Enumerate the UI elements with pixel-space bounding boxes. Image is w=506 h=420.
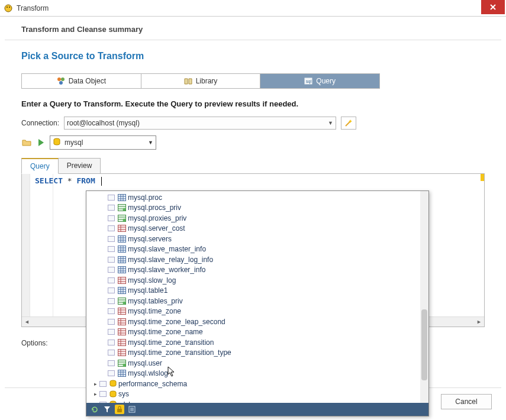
- svg-text:sql: sql: [306, 79, 311, 84]
- popup-toolbar: [86, 403, 428, 416]
- chevron-down-icon: ▼: [148, 140, 153, 146]
- connection-wizard-button[interactable]: [341, 117, 356, 130]
- popup-refresh-button[interactable]: [89, 404, 99, 415]
- autocomplete-item[interactable]: mysql.slave_master_info: [89, 244, 420, 255]
- database-select[interactable]: mysql ▼: [50, 135, 156, 150]
- popup-settings-button[interactable]: [127, 404, 137, 415]
- autocomplete-item[interactable]: mysql.time_zone_transition_type: [89, 348, 420, 358]
- autocomplete-schema-item[interactable]: ▸sys: [89, 389, 420, 400]
- run-button[interactable]: [36, 137, 46, 148]
- tab-query[interactable]: sql Query: [260, 74, 379, 88]
- expand-icon[interactable]: ▸: [92, 381, 98, 387]
- autocomplete-item[interactable]: mysql.slow_log: [89, 275, 420, 286]
- source-tabs: Data Object Library sql Query: [21, 73, 380, 89]
- connection-select[interactable]: root@localhost (mysql) ▼: [64, 117, 336, 130]
- autocomplete-item[interactable]: mysql.user: [89, 358, 420, 369]
- svg-rect-26: [118, 235, 126, 242]
- autocomplete-item[interactable]: mysql.slave_relay_log_info: [89, 254, 420, 265]
- tab-library[interactable]: Library: [141, 74, 261, 88]
- autocomplete-item[interactable]: mysql.tables_priv: [89, 296, 420, 306]
- svg-point-3: [57, 77, 61, 81]
- autocomplete-item[interactable]: mysql.wlslog: [89, 369, 420, 379]
- window-title: Transform: [17, 4, 481, 12]
- popup-filter-button[interactable]: [102, 404, 112, 415]
- autocomplete-item[interactable]: mysql.time_zone_transition: [89, 337, 420, 348]
- inner-tab-query[interactable]: Query: [21, 158, 59, 174]
- autocomplete-item[interactable]: mysql.procs_priv: [89, 203, 420, 214]
- popup-scrollbar[interactable]: [420, 191, 428, 403]
- autocomplete-schema-item[interactable]: ▸performance_schema: [89, 379, 420, 389]
- table-icon: [117, 328, 127, 335]
- item-bullet-icon: [108, 298, 115, 304]
- cancel-button[interactable]: Cancel: [441, 394, 492, 409]
- tab-query-label: Query: [316, 77, 336, 85]
- autocomplete-item-label: mysql.time_zone_transition_type: [128, 348, 231, 357]
- table-icon: [117, 349, 127, 356]
- autocomplete-item[interactable]: mysql.proxies_priv: [89, 213, 420, 224]
- data-object-icon: [57, 77, 65, 85]
- tab-data-object-label: Data Object: [69, 77, 106, 85]
- autocomplete-item[interactable]: mysql.table1: [89, 286, 420, 296]
- chevron-down-icon: ▼: [328, 120, 333, 126]
- popup-lock-button[interactable]: [115, 405, 124, 414]
- autocomplete-item-label: sys: [118, 390, 129, 398]
- tab-data-object[interactable]: Data Object: [22, 74, 141, 88]
- autocomplete-item[interactable]: mysql.proc: [89, 192, 420, 203]
- table-icon: [117, 339, 127, 346]
- autocomplete-item-label: mysql.slave_master_info: [128, 245, 206, 253]
- svg-rect-9: [118, 194, 126, 201]
- expand-icon[interactable]: ▸: [92, 402, 98, 403]
- editor-marker: [481, 174, 484, 181]
- scroll-left-icon[interactable]: ◄: [22, 317, 32, 327]
- svg-rect-93: [130, 408, 134, 411]
- svg-point-1: [7, 7, 8, 8]
- autocomplete-item-label: mysql.table1: [128, 286, 167, 295]
- database-value: mysql: [65, 138, 83, 147]
- autocomplete-item-label: mysql.slave_worker_info: [128, 266, 205, 274]
- item-bullet-icon: [99, 381, 107, 387]
- item-bullet-icon: [108, 257, 115, 263]
- svg-rect-31: [118, 246, 126, 253]
- library-icon: [184, 77, 192, 85]
- popup-scrollbar-thumb[interactable]: [421, 309, 427, 380]
- autocomplete-item[interactable]: mysql.time_zone_leap_second: [89, 316, 420, 327]
- scroll-right-icon[interactable]: ►: [474, 317, 484, 327]
- autocomplete-item[interactable]: mysql.time_zone: [89, 306, 420, 317]
- svg-rect-59: [118, 308, 126, 315]
- svg-rect-91: [117, 409, 122, 412]
- app-icon: [4, 4, 13, 13]
- svg-rect-63: [118, 318, 126, 325]
- autocomplete-item[interactable]: mysql.slave_worker_info: [89, 265, 420, 276]
- item-bullet-icon: [108, 340, 115, 345]
- separator: [5, 40, 501, 40]
- table-icon: [117, 225, 127, 232]
- table-icon: [117, 318, 127, 325]
- table-icon: [117, 235, 127, 243]
- autocomplete-item[interactable]: mysql.time_zone_name: [89, 327, 420, 338]
- item-bullet-icon: [108, 287, 115, 293]
- autocomplete-list[interactable]: mysql.procmysql.procs_privmysql.proxies_…: [86, 191, 428, 403]
- autocomplete-item[interactable]: mysql.servers: [89, 234, 420, 244]
- close-button[interactable]: [481, 0, 505, 14]
- svg-rect-83: [118, 370, 126, 377]
- svg-point-58: [123, 301, 126, 304]
- titlebar: Transform: [0, 0, 506, 17]
- expand-icon[interactable]: ▸: [92, 391, 98, 397]
- svg-point-5: [59, 81, 63, 85]
- item-bullet-icon: [108, 277, 115, 283]
- item-bullet-icon: [108, 360, 115, 366]
- table-icon: [117, 194, 127, 201]
- editor-content: SELECT * FROM: [35, 176, 102, 186]
- svg-rect-71: [118, 339, 126, 345]
- svg-rect-75: [118, 350, 126, 356]
- open-folder-button[interactable]: [21, 137, 32, 148]
- autocomplete-schema-item[interactable]: ▸wlslog: [89, 399, 420, 403]
- svg-rect-41: [118, 267, 126, 273]
- autocomplete-item[interactable]: mysql.server_cost: [89, 224, 420, 234]
- table-icon: [117, 245, 127, 253]
- item-bullet-icon: [108, 350, 115, 356]
- instruction-text: Enter a Query to Transform. Execute the …: [21, 99, 485, 108]
- inner-tab-preview[interactable]: Preview: [58, 158, 101, 174]
- table-icon: [117, 287, 127, 294]
- item-bullet-icon: [108, 205, 115, 211]
